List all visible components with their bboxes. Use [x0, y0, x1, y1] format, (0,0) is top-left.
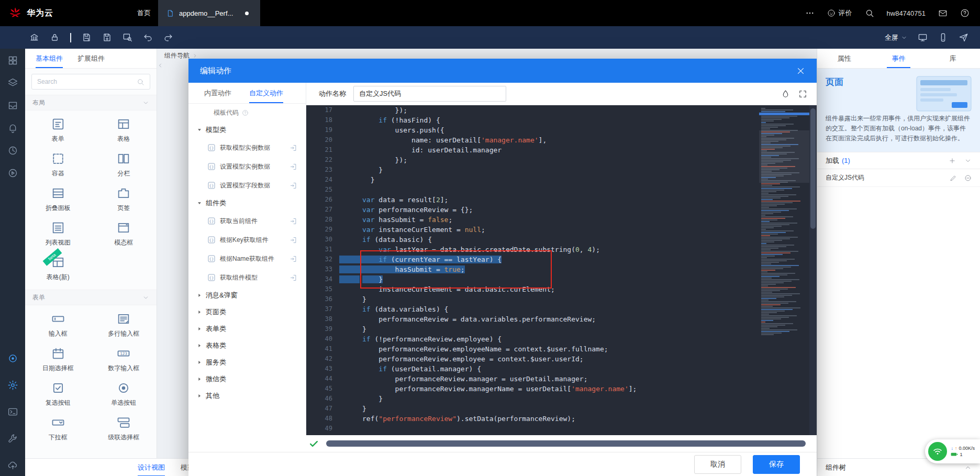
component-item-number[interactable]: 123数字输入框: [91, 342, 157, 377]
code-line[interactable]: 45 performanceReview.managerName = userD…: [306, 384, 817, 394]
lock-icon[interactable]: [50, 32, 60, 42]
feedback-button[interactable]: 评价: [827, 8, 852, 18]
editor-theme-icon[interactable]: [781, 90, 790, 98]
component-item-date[interactable]: 日期选择框: [25, 342, 91, 377]
code-line[interactable]: 42 performanceReview.employee = context.…: [306, 354, 817, 364]
event-item[interactable]: 自定义JS代码: [817, 169, 980, 187]
code-line[interactable]: 26var data = result[2];: [306, 195, 817, 205]
code-line[interactable]: 17 });: [306, 105, 817, 115]
mobile-view-icon[interactable]: [938, 32, 948, 42]
template-code-link[interactable]: 模板代码: [188, 104, 306, 121]
code-line[interactable]: 23 }: [306, 165, 817, 175]
history-icon[interactable]: [7, 145, 18, 156]
tree-group[interactable]: 组件类: [188, 195, 306, 212]
nav-home[interactable]: 首页: [137, 8, 151, 18]
insert-icon[interactable]: [289, 163, 297, 171]
code-line[interactable]: 32 if (currentYear == lastYear) {: [306, 254, 817, 264]
tree-group[interactable]: 模型类: [188, 121, 306, 138]
code-line[interactable]: 49: [306, 424, 817, 434]
insert-icon[interactable]: [289, 144, 297, 152]
code-line[interactable]: 35 instanceCurElement = data.basic.curEl…: [306, 284, 817, 294]
code-line[interactable]: 43 if (userDetail.manager) {: [306, 364, 817, 374]
code-line[interactable]: 31 var lastYear = data.basic.createdDate…: [306, 245, 817, 254]
component-item-form[interactable]: 表单: [25, 113, 91, 147]
code-line[interactable]: 18 if (!hasFind) {: [306, 115, 817, 125]
cancel-button[interactable]: 取消: [694, 455, 741, 474]
vertical-scrollbar[interactable]: [809, 105, 817, 435]
scan-icon[interactable]: [7, 353, 18, 364]
desktop-view-icon[interactable]: [918, 32, 928, 42]
editor-fullscreen-icon[interactable]: [798, 90, 807, 98]
tab-builtin-actions[interactable]: 内置动作: [204, 83, 231, 103]
publish-icon[interactable]: [959, 32, 968, 42]
debug-icon[interactable]: [7, 168, 18, 179]
component-item-checkbox[interactable]: 复选按钮: [25, 377, 91, 411]
component-item-tabs[interactable]: 页签: [91, 182, 157, 216]
add-event-icon[interactable]: [949, 157, 956, 164]
component-item-radio[interactable]: 单选按钮: [91, 377, 157, 411]
tab-extended-components[interactable]: 扩展组件: [77, 49, 105, 68]
tab-design-view[interactable]: 设计视图: [138, 459, 165, 476]
more-icon[interactable]: [805, 8, 815, 18]
code-line[interactable]: 21 id: userDetail.manager: [306, 145, 817, 155]
insert-icon[interactable]: [289, 217, 297, 225]
component-item-inputbox[interactable]: 输入框: [25, 307, 91, 342]
fullscreen-button[interactable]: 全屏: [885, 33, 907, 42]
code-line[interactable]: 29var instanceCurElement = null;: [306, 225, 817, 235]
code-line[interactable]: 48ref("performanceReview").setData(perfo…: [306, 414, 817, 424]
environment-icon[interactable]: [29, 32, 39, 42]
tree-group[interactable]: 服务类: [188, 354, 306, 371]
redo-icon[interactable]: [163, 32, 173, 42]
close-icon[interactable]: [796, 67, 805, 75]
tab-events[interactable]: 事件: [872, 49, 926, 68]
tree-group[interactable]: 表格类: [188, 337, 306, 354]
tree-item[interactable]: {}获取模型实例数据: [188, 138, 306, 157]
code-line[interactable]: 22 });: [306, 155, 817, 165]
code-line[interactable]: 34 }: [306, 274, 817, 284]
wrench-icon[interactable]: [7, 433, 18, 444]
layers-icon[interactable]: [7, 78, 18, 88]
remove-event-icon[interactable]: [964, 174, 972, 182]
tree-item[interactable]: {}获取当前组件: [188, 212, 306, 230]
code-line[interactable]: 46 }: [306, 394, 817, 404]
code-line[interactable]: 39}: [306, 324, 817, 334]
tree-item[interactable]: {}根据Key获取组件: [188, 230, 306, 249]
tab-library[interactable]: 库: [926, 49, 980, 68]
component-item-modalbox[interactable]: 模态框: [91, 216, 157, 251]
component-item-select[interactable]: 下拉框: [25, 411, 91, 446]
code-line[interactable]: 47}: [306, 404, 817, 414]
component-item-textarea[interactable]: 多行输入框: [91, 307, 157, 342]
collapse-panel-icon[interactable]: [157, 62, 163, 69]
code-line[interactable]: 38 performanceReview = data.variables.pe…: [306, 314, 817, 324]
tree-item[interactable]: {}获取组件模型: [188, 268, 306, 287]
tab-custom-actions[interactable]: 自定义动作: [249, 83, 283, 103]
component-item-container[interactable]: 容器: [25, 147, 91, 182]
tree-group[interactable]: 消息&弹窗: [188, 287, 306, 304]
insert-icon[interactable]: [289, 182, 297, 190]
horizontal-scrollbar-thumb[interactable]: [326, 440, 806, 447]
tree-group[interactable]: 表单类: [188, 320, 306, 337]
code-line[interactable]: 33 hasSubmit = true;: [306, 264, 817, 274]
code-line[interactable]: 37if (data.variables) {: [306, 304, 817, 314]
gear-icon[interactable]: [7, 380, 18, 391]
section-header[interactable]: 布局: [25, 95, 157, 110]
component-item-columns[interactable]: 分栏: [91, 147, 157, 182]
tree-item[interactable]: {}根据Name获取组件: [188, 249, 306, 268]
section-header[interactable]: 表单: [25, 290, 157, 305]
code-line[interactable]: 24 }: [306, 175, 817, 185]
username[interactable]: hw84740751: [887, 9, 926, 17]
undo-icon[interactable]: [143, 32, 153, 42]
preview-icon[interactable]: [122, 32, 132, 42]
code-line[interactable]: 19 users.push({: [306, 125, 817, 135]
search-input[interactable]: [37, 78, 137, 85]
load-event-section[interactable]: 加载 (1): [817, 152, 980, 169]
insert-icon[interactable]: [289, 274, 297, 282]
component-item-cascade[interactable]: 级联选择框: [91, 411, 157, 446]
vertical-scrollbar-thumb[interactable]: [810, 108, 816, 229]
network-status-widget[interactable]: ↓↑ 0.00K/s 1: [925, 439, 980, 463]
tree-group[interactable]: 其他: [188, 388, 306, 404]
insert-icon[interactable]: [289, 236, 297, 244]
tree-item[interactable]: {}设置模型字段数据: [188, 176, 306, 195]
code-line[interactable]: 41 performanceReview.employeeName = cont…: [306, 344, 817, 354]
code-line[interactable]: 30if (data.basic) {: [306, 235, 817, 245]
